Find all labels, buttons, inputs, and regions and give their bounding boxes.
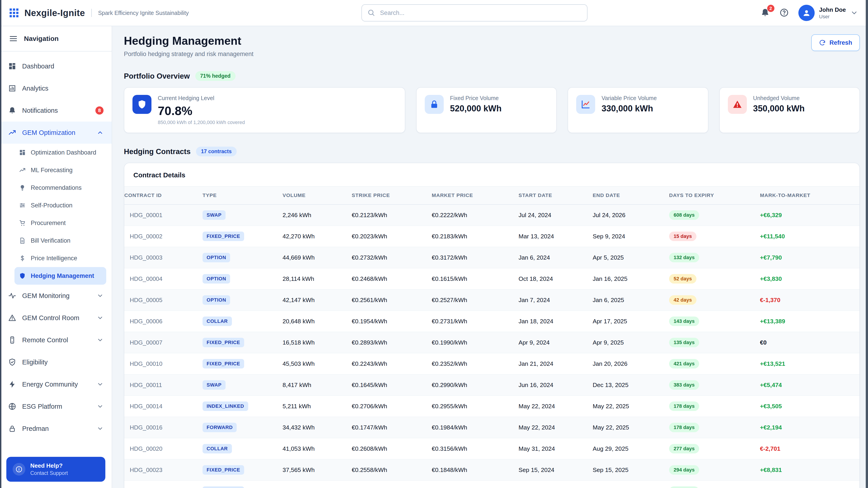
card-label: Current Hedging Level	[158, 95, 245, 101]
sidebar-subitem[interactable]: Optimization Dashboard	[14, 144, 106, 161]
contract-type-cell: FIXED_PRICE	[203, 359, 283, 368]
days-to-expiry-cell: 383 days	[669, 380, 760, 390]
card-detail: 850,000 kWh of 1,200,000 kWh covered	[158, 120, 245, 125]
mark-to-market: +€3,505	[760, 403, 860, 410]
mark-to-market: +€13,389	[760, 318, 860, 325]
strike-price: €0.2468/kWh	[352, 275, 432, 283]
market-price: €0.2222/kWh	[432, 212, 519, 219]
doc-icon	[19, 237, 26, 244]
days-to-expiry-cell: 178 days	[669, 401, 760, 411]
sidebar-item[interactable]: Energy Community	[0, 373, 112, 395]
days-to-expiry-cell: 143 days	[669, 317, 760, 326]
contract-type-cell: FIXED_PRICE	[203, 486, 283, 488]
contract-type-cell: FIXED_PRICE	[203, 232, 283, 241]
contract-id: HDG_00007	[124, 339, 203, 346]
start-date: Jan 7, 2024	[519, 297, 593, 304]
sidebar-item[interactable]: Analytics	[0, 77, 112, 99]
sidebar-subitem[interactable]: Price Intelligence	[14, 250, 106, 267]
contract-volume: 45,503 kWh	[283, 360, 352, 367]
table-row: HDG_00023 FIXED_PRICE 37,565 kWh €0.2558…	[124, 459, 860, 481]
sidebar-subitem[interactable]: Hedging Management	[14, 267, 106, 285]
contract-id: HDG_00014	[124, 403, 203, 410]
info-icon	[13, 463, 25, 476]
help-icon	[779, 8, 789, 18]
sidebar-item[interactable]: Predman	[0, 418, 112, 440]
sidebar-item[interactable]: GEM Control Room	[0, 307, 112, 329]
column-header: MARKET PRICE	[432, 193, 519, 198]
notification-count-badge: 2	[767, 5, 774, 12]
sidebar-item[interactable]: GEM Monitoring	[0, 285, 112, 307]
help-subtitle: Contact Support	[30, 470, 68, 476]
trend-icon	[19, 167, 26, 173]
main-content: Hedging Management Portfolio hedging str…	[112, 26, 868, 488]
end-date: Apr 17, 2025	[593, 318, 669, 325]
contract-volume: 8,417 kWh	[283, 382, 352, 389]
help-card[interactable]: Need Help? Contact Support	[6, 457, 105, 482]
hedging-contracts-title: Hedging Contracts	[124, 147, 191, 156]
days-to-expiry-cell: 135 days	[669, 338, 760, 347]
search-input[interactable]	[362, 4, 587, 22]
notifications-button[interactable]: 2	[761, 8, 770, 18]
start-date: Sep 15, 2024	[519, 466, 593, 474]
page-subtitle: Portfolio hedging strategy and risk mana…	[124, 51, 253, 58]
chevron-icon	[97, 315, 103, 321]
sidebar-item-label: GEM Optimization	[22, 129, 91, 136]
days-to-expiry-cell: 15 days	[669, 232, 760, 241]
market-price: €0.2955/kWh	[432, 403, 519, 410]
sidebar-subitem[interactable]: Procurement	[14, 214, 106, 232]
sidebar-subitem[interactable]: Self-Production	[14, 197, 106, 214]
contract-type-badge: INDEX_LINKED	[203, 401, 248, 411]
card-label: Unhedged Volume	[753, 95, 805, 101]
card-value: 330,000 kWh	[601, 104, 657, 113]
card-icon-tile	[576, 95, 595, 114]
contract-type-cell: COLLAR	[203, 317, 283, 326]
table-row: HDG_00004 OPTION 28,114 kWh €0.2468/kWh …	[124, 268, 860, 290]
table-row: HDG_00016 FORWARD 34,432 kWh €0.1747/kWh…	[124, 417, 860, 438]
sidebar-nav-sub: Optimization Dashboard ML Forecasting Re…	[0, 144, 112, 285]
sidebar-subitem[interactable]: Recommendations	[14, 179, 106, 197]
chevron-icon	[97, 129, 103, 136]
portfolio-card: Variable Price Volume 330,000 kWh	[567, 87, 708, 133]
page-header-text: Hedging Management Portfolio hedging str…	[124, 34, 253, 58]
mark-to-market: +€3,830	[760, 275, 860, 283]
sidebar-item[interactable]: ESG Platform	[0, 395, 112, 418]
market-price: €0.1990/kWh	[432, 339, 519, 346]
start-date: Jul 24, 2024	[519, 212, 593, 219]
contract-volume: 20,648 kWh	[283, 318, 352, 325]
card-icon-tile	[132, 95, 151, 114]
refresh-button[interactable]: Refresh	[811, 34, 860, 51]
chartline-icon	[581, 99, 591, 109]
sidebar-subitem[interactable]: ML Forecasting	[14, 161, 106, 179]
sidebar-count-badge: 8	[95, 106, 103, 115]
sidebar-item[interactable]: Eligibility	[0, 351, 112, 373]
sidebar-subitem-label: ML Forecasting	[31, 167, 72, 174]
menu-icon[interactable]	[9, 34, 18, 43]
avatar	[798, 5, 815, 21]
sidebar-item[interactable]: Dashboard	[0, 55, 112, 77]
sidebar-item[interactable]: Notifications 8	[0, 99, 112, 122]
strike-price: €0.2023/kWh	[352, 233, 432, 240]
strike-price: €0.1645/kWh	[352, 382, 432, 389]
user-menu[interactable]: John Doe User	[798, 5, 858, 21]
scrollbar[interactable]	[866, 0, 868, 488]
contract-type-badge: OPTION	[203, 295, 230, 305]
contract-type-badge: FIXED_PRICE	[203, 486, 244, 488]
days-to-expiry-cell: 42 days	[669, 295, 760, 305]
contract-id: HDG_00020	[124, 445, 203, 452]
contract-volume: 42,147 kWh	[283, 297, 352, 304]
sidebar-subitem[interactable]: Bill Verification	[14, 232, 106, 250]
sidebar-item[interactable]: GEM Optimization	[0, 122, 112, 144]
sidebar-item[interactable]: Remote Control	[0, 329, 112, 351]
market-price: €0.1984/kWh	[432, 424, 519, 431]
market-price: €0.2731/kWh	[432, 318, 519, 325]
portfolio-card: Fixed Price Volume 520,000 kWh	[416, 87, 557, 133]
mark-to-market: €0	[760, 339, 860, 346]
days-to-expiry-badge: 143 days	[669, 317, 699, 326]
contract-details-title: Contract Details	[124, 163, 860, 186]
grid-icon	[8, 62, 16, 70]
mark-to-market: +€6,329	[760, 212, 860, 219]
help-button[interactable]	[779, 8, 789, 18]
mark-to-market: +€5,474	[760, 382, 860, 389]
contract-details-card: Contract Details CONTRACT IDTYPEVOLUMEST…	[124, 163, 860, 488]
search-area	[189, 4, 761, 22]
